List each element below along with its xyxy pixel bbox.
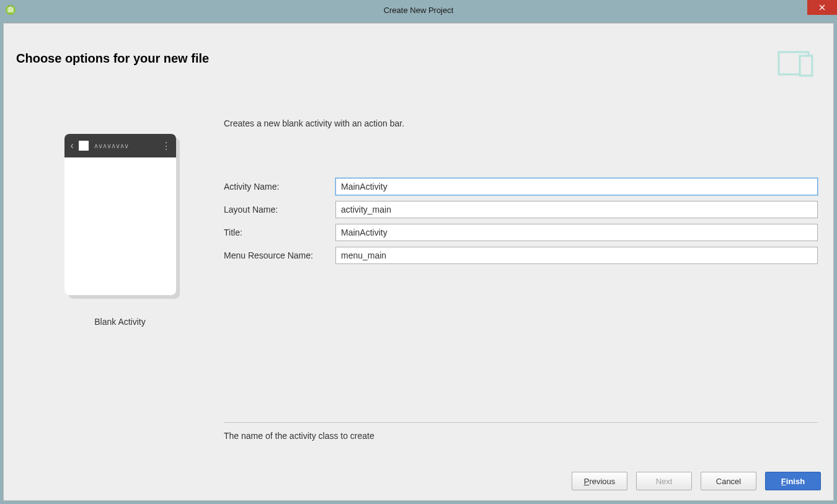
dialog-body: Choose options for your new file ‹ xyxy=(3,23,834,501)
previous-label-rest: revious xyxy=(589,477,615,486)
close-icon xyxy=(819,4,825,11)
next-button[interactable]: Next xyxy=(636,472,692,490)
header-row: Choose options for your new file xyxy=(4,24,833,78)
preview-label: Blank Activity xyxy=(94,317,145,327)
activity-name-row: Activity Name: xyxy=(224,178,818,195)
description-text: Creates a new blank activity with an act… xyxy=(224,118,818,128)
previous-button[interactable]: Previous xyxy=(572,472,627,490)
page-title: Choose options for your new file xyxy=(16,51,209,66)
layout-name-input[interactable] xyxy=(335,201,818,218)
menu-resource-row: Menu Resource Name: xyxy=(224,247,818,264)
menu-resource-label: Menu Resource Name: xyxy=(224,250,335,260)
finish-button[interactable]: Finish xyxy=(765,472,821,490)
phone-mockup: ‹ ∧∨∧∨∧∨∧∨ ⋮ xyxy=(64,134,176,295)
preview-column: ‹ ∧∨∧∨∧∨∧∨ ⋮ Blank Activity xyxy=(16,78,224,472)
window-body-outer: Choose options for your new file ‹ xyxy=(0,20,837,504)
svg-rect-6 xyxy=(800,56,812,76)
layout-name-row: Layout Name: xyxy=(224,201,818,218)
layout-hint-icon xyxy=(777,48,821,78)
hint-divider xyxy=(224,422,818,423)
menu-resource-input[interactable] xyxy=(335,247,818,264)
button-row: Previous Next Cancel Finish xyxy=(4,472,833,500)
app-launcher-icon xyxy=(79,141,89,151)
close-button[interactable] xyxy=(807,0,837,15)
preview-thumbnail: ‹ ∧∨∧∨∧∨∧∨ ⋮ xyxy=(64,134,176,295)
hint-text: The name of the activity class to create xyxy=(224,431,818,441)
layout-name-label: Layout Name: xyxy=(224,205,335,214)
form-column: Creates a new blank activity with an act… xyxy=(224,78,821,472)
cancel-button[interactable]: Cancel xyxy=(701,472,756,490)
window-frame: Create New Project Choose options for yo… xyxy=(0,0,837,504)
content-row: ‹ ∧∨∧∨∧∨∧∨ ⋮ Blank Activity Creates a ne… xyxy=(4,78,833,472)
overflow-menu-icon: ⋮ xyxy=(161,140,170,152)
title-row: Title: xyxy=(224,224,818,241)
titlebar[interactable]: Create New Project xyxy=(0,0,837,20)
title-label: Title: xyxy=(224,228,335,237)
phone-actionbar: ‹ ∧∨∧∨∧∨∧∨ ⋮ xyxy=(64,134,176,157)
window-title: Create New Project xyxy=(384,6,454,15)
back-icon: ‹ xyxy=(71,140,74,151)
activity-name-input[interactable] xyxy=(335,178,818,195)
title-input[interactable] xyxy=(335,224,818,241)
title-placeholder-icon: ∧∨∧∨∧∨∧∨ xyxy=(94,142,156,150)
activity-name-label: Activity Name: xyxy=(224,182,335,192)
app-icon xyxy=(5,4,16,15)
finish-label-rest: inish xyxy=(786,477,805,486)
